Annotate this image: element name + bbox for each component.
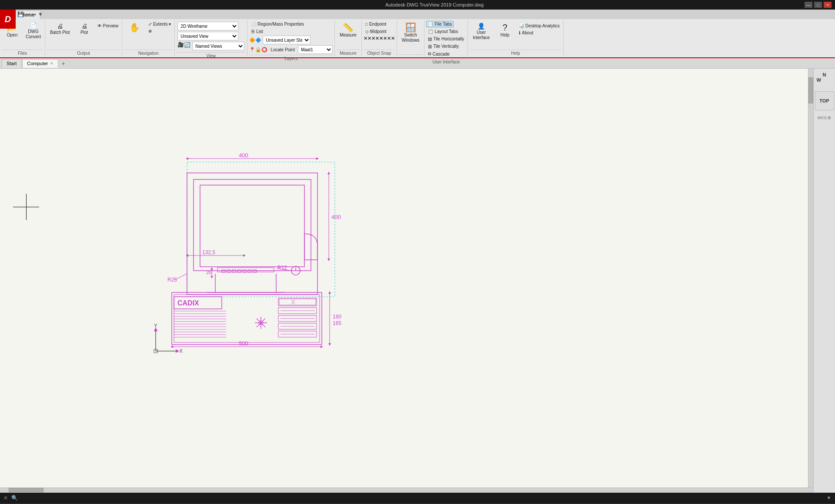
help-group-label: Help (470, 50, 561, 56)
cascade-icon: ⧉ (428, 51, 431, 56)
svg-rect-37 (279, 299, 292, 305)
switch-windows-button[interactable]: 🪟 SwitchWindows (399, 21, 423, 45)
add-tab-button[interactable]: + (59, 59, 68, 68)
midpoint-icon: ◇ (365, 29, 369, 34)
about-button[interactable]: ℹ About (517, 30, 561, 36)
command-input[interactable] (21, 495, 823, 501)
region-mass-button[interactable]: ⬜ Region/Mass Properties (249, 21, 306, 27)
qa-open[interactable]: ↩ (26, 11, 30, 17)
desktop-analytics-icon: 📊 (519, 23, 524, 28)
qa-redo[interactable]: ↪ (32, 11, 36, 17)
ribbon-group-user-interface: 📑 File Tabs 📋 Layout Tabs ▤ Tile Horizon… (424, 20, 468, 56)
preview-button[interactable]: 👁 Preview (96, 23, 120, 29)
file-tabs-button[interactable]: 📑 File Tabs (426, 21, 454, 27)
switch-windows-icon: 🪟 (405, 23, 416, 32)
files-group-label: Files (2, 50, 43, 56)
svg-rect-3 (200, 185, 304, 267)
scrollbar-bottom[interactable] (0, 487, 813, 493)
view-group-label: View (177, 52, 245, 58)
plot-button[interactable]: 🖨 Plot (74, 21, 95, 37)
snap-icons: ✕✕✕✕✕✕✕✕ (364, 36, 395, 41)
title-bar: Autodesk DWG TrueView 2019 Computer.dwg … (0, 0, 835, 10)
compass-w: W (817, 77, 821, 83)
endpoint-button[interactable]: □ Endpoint (364, 21, 388, 27)
extents-button[interactable]: ⤢ Extents ▾ (147, 21, 173, 27)
batch-plot-button[interactable]: 🖨 Batch Plot (47, 21, 73, 37)
scrollbar-right[interactable] (808, 69, 813, 493)
tab-close-icon[interactable]: ✕ (50, 61, 53, 66)
cmd-scroll-down[interactable]: ▼ (826, 495, 832, 501)
cad-drawing: CADIX (0, 69, 835, 493)
dwg-convert-button[interactable]: 📄 DWGConvert (23, 21, 43, 41)
window-title: Autodesk DWG TrueView 2019 Computer.dwg (64, 2, 805, 7)
named-views-select[interactable]: Named Views (192, 42, 244, 50)
view-cube[interactable]: TOP (815, 91, 834, 110)
navigation-group-label: Navigation (124, 50, 173, 56)
cadix-label: CADIX (177, 299, 199, 307)
locate-point-button[interactable]: Locate Point (269, 46, 297, 53)
tile-v-button[interactable]: ▥ Tile Vertically (426, 43, 461, 50)
dwg-convert-icon: 📄 (30, 22, 37, 28)
cmd-close-button[interactable]: ✕ (3, 495, 8, 501)
list-button[interactable]: ☰ List (249, 28, 265, 35)
list-icon: ☰ (251, 29, 255, 34)
tab-start[interactable]: Start (2, 59, 21, 68)
maat-select[interactable]: Maat1 (298, 45, 333, 54)
output-group-label: Output (47, 50, 120, 56)
qa-more[interactable]: ▼ (38, 11, 43, 17)
svg-rect-0 (187, 162, 335, 297)
scroll-thumb-bottom[interactable] (9, 488, 43, 492)
help-icon: ? (503, 23, 508, 32)
layer-state-select[interactable]: Unsaved Layer State (263, 36, 311, 44)
endpoint-icon: □ (365, 22, 368, 27)
maximize-button[interactable]: □ (814, 2, 822, 8)
qa-new[interactable]: 💾 (17, 11, 24, 17)
ribbon-group-view: 2D Wireframe Unsaved View 🎥🔄 Named Views… (175, 20, 247, 56)
app-button[interactable]: D (0, 10, 16, 29)
ui-group-label: User Interface (426, 58, 466, 64)
cascade-button[interactable]: ⧉ Cascade (426, 50, 451, 57)
dim-500: 500 (239, 340, 248, 347)
nav2-button[interactable]: ⊕ (147, 28, 173, 34)
compass-n: N (823, 72, 826, 77)
region-icon: ⬜ (251, 22, 256, 27)
layer-icons: 🔶🔷 (249, 37, 261, 43)
pan-button[interactable]: ✋ (124, 21, 145, 35)
help-button[interactable]: ? Help (494, 21, 515, 40)
ribbon-group-object-snap: □ Endpoint ◇ Midpoint ✕✕✕✕✕✕✕✕ Object Sn… (362, 20, 397, 56)
measure-group-label: Measure (337, 50, 360, 56)
layers-group-label: Layers (249, 55, 333, 61)
file-tabs-icon: 📑 (428, 22, 433, 27)
command-line: ✕ 🔍 ▼ (0, 493, 835, 503)
tile-h-button[interactable]: ▤ Tile Horizontally (426, 36, 466, 42)
ribbon-group-help: 👤 UserInterface ? Help 📊 Desktop Analyti… (468, 20, 564, 56)
quick-access-toolbar: 💾 ↩ ↪ ▼ (16, 10, 45, 19)
ribbon-group-measure: 📏 Measure Measure (335, 20, 362, 56)
object-snap-group-label: Object Snap (364, 50, 395, 56)
ribbon-group-navigation: ✋ ⤢ Extents ▾ ⊕ Navigation (122, 20, 175, 56)
plot-icon: 🖨 (81, 23, 87, 29)
tab-bar: Start Computer ✕ + (0, 58, 835, 69)
layout-tabs-button[interactable]: 📋 Layout Tabs (426, 28, 460, 35)
wireframe-select[interactable]: 2D Wireframe (177, 22, 238, 30)
desktop-analytics-button[interactable]: 📊 Desktop Analytics (517, 23, 561, 29)
measure-button[interactable]: 📏 Measure (337, 21, 360, 40)
minimize-button[interactable]: — (805, 2, 812, 8)
batch-plot-icon: 🖨 (57, 23, 63, 29)
tile-h-icon: ▤ (428, 36, 432, 41)
dim-165: 165 (333, 320, 341, 326)
dim-20: 20 (206, 270, 211, 275)
scroll-thumb-right[interactable] (808, 77, 813, 103)
ribbon-group-output: 🖨 Batch Plot 🖨 Plot 👁 Preview (45, 20, 122, 56)
cmd-scroll-up[interactable]: 🔍 (11, 495, 18, 501)
user-interface-button[interactable]: 👤 UserInterface (470, 21, 493, 43)
dim-400-right: 400 (331, 214, 341, 220)
about-icon: ℹ (519, 30, 521, 35)
view-select[interactable]: Unsaved View (177, 32, 238, 40)
midpoint-button[interactable]: ◇ Midpoint (364, 28, 388, 35)
close-button[interactable]: ✕ (824, 2, 832, 8)
measure-icon: 📏 (343, 23, 354, 32)
tab-computer[interactable]: Computer ✕ (22, 59, 58, 68)
nav2-icon: ⊕ (148, 29, 152, 33)
main-drawing-area: CADIX (0, 69, 835, 493)
